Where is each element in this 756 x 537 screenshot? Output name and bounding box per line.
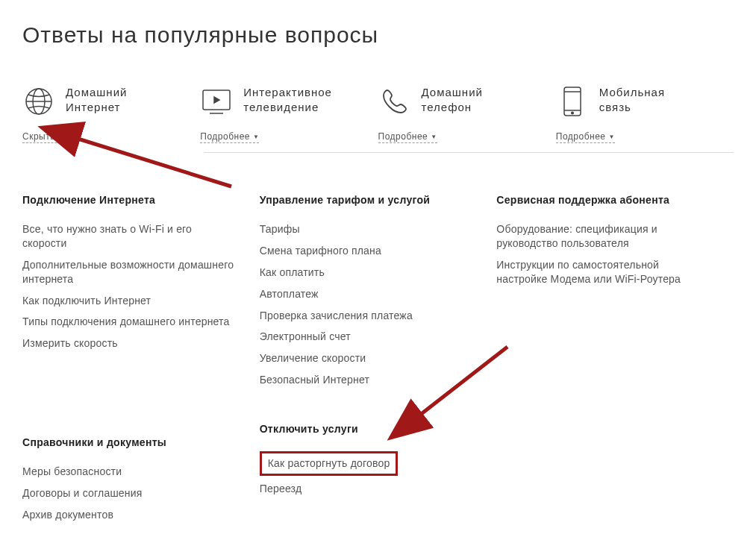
category-title: Мобильная связь (599, 85, 665, 116)
faq-link[interactable]: Все, что нужно знать о Wi-Fi и его скоро… (22, 222, 237, 251)
svg-point-9 (571, 112, 573, 114)
category-head[interactable]: Домашний телефон (378, 85, 556, 118)
faq-link[interactable]: Инструкции по самостоятельной настройке … (496, 258, 711, 286)
chevron-up-icon: ▲ (58, 134, 64, 140)
faq-link[interactable]: Проверка зачисления платежа (260, 309, 475, 323)
phone-icon (378, 85, 411, 118)
category-row: Домашний Интернет Скрыть ▲ Интерактивное… (22, 85, 734, 143)
page-title: Ответы на популярные вопросы (22, 22, 734, 48)
category-head[interactable]: Мобильная связь (556, 85, 734, 118)
faq-link[interactable]: Безопасный Интернет (260, 373, 475, 387)
category-title: Интерактивное телевидение (243, 85, 332, 116)
faq-link[interactable]: Как подключить Интернет (22, 294, 237, 308)
highlighted-link-box: Как расторгнуть договор (260, 451, 399, 476)
block-support: Сервисная поддержка абонента Оборудовани… (496, 194, 711, 286)
faq-link[interactable]: Архив документов (22, 508, 237, 522)
block-heading: Подключение Интернета (22, 194, 237, 206)
faq-link[interactable]: Оборудование: спецификация и руководство… (496, 222, 711, 251)
column-3: Сервисная поддержка абонента Оборудовани… (496, 194, 734, 537)
faq-link[interactable]: Типы подключения домашнего интернета (22, 315, 237, 329)
more-toggle[interactable]: Подробнее ▼ (200, 131, 259, 143)
category-home-internet: Домашний Интернет Скрыть ▲ (22, 85, 200, 143)
svg-line-11 (73, 137, 231, 186)
block-connection: Подключение Интернета Все, что нужно зна… (22, 194, 237, 351)
faq-link[interactable]: Переезд (260, 482, 475, 496)
faq-link[interactable]: Смена тарифного плана (260, 244, 475, 258)
divider (204, 152, 734, 153)
block-heading: Справочники и документы (22, 436, 237, 448)
faq-link[interactable]: Меры безопасности (22, 465, 237, 479)
block-documents: Справочники и документы Меры безопасност… (22, 436, 237, 522)
category-mobile: Мобильная связь Подробнее ▼ (556, 85, 734, 143)
category-phone: Домашний телефон Подробнее ▼ (378, 85, 556, 143)
svg-marker-4 (214, 97, 219, 103)
block-heading: Отключить услуги (260, 423, 475, 435)
tv-icon (200, 85, 233, 118)
content-columns: Подключение Интернета Все, что нужно зна… (22, 194, 734, 537)
faq-link[interactable]: Электронный счет (260, 330, 475, 344)
chevron-down-icon: ▼ (431, 134, 437, 140)
category-tv: Интерактивное телевидение Подробнее ▼ (200, 85, 378, 143)
faq-link[interactable]: Как оплатить (260, 266, 475, 280)
category-head[interactable]: Интерактивное телевидение (200, 85, 378, 118)
faq-link[interactable]: Дополнительные возможности домашнего инт… (22, 258, 237, 286)
faq-link[interactable]: Тарифы (260, 222, 475, 236)
category-title: Домашний телефон (422, 85, 483, 116)
faq-link[interactable]: Договоры и соглашения (22, 486, 237, 500)
cancel-contract-link[interactable]: Как расторгнуть договор (268, 456, 390, 471)
globe-icon (22, 85, 55, 118)
block-heading: Управление тарифом и услугой (260, 194, 475, 206)
chevron-down-icon: ▼ (253, 134, 259, 140)
block-cancel: Отключить услуги Как расторгнуть договор… (260, 423, 475, 496)
faq-link[interactable]: Измерить скорость (22, 336, 237, 351)
more-toggle[interactable]: Подробнее ▼ (378, 131, 437, 143)
hide-toggle[interactable]: Скрыть ▲ (22, 131, 64, 143)
chevron-down-icon: ▼ (608, 134, 614, 140)
column-1: Подключение Интернета Все, что нужно зна… (22, 194, 260, 537)
block-heading: Сервисная поддержка абонента (496, 194, 711, 206)
more-toggle[interactable]: Подробнее ▼ (556, 131, 615, 143)
faq-link[interactable]: Увеличение скорости (260, 351, 475, 365)
block-tariff: Управление тарифом и услугой Тарифы Смен… (260, 194, 475, 387)
mobile-icon (556, 85, 589, 118)
category-head[interactable]: Домашний Интернет (22, 85, 200, 118)
category-title: Домашний Интернет (66, 85, 127, 116)
column-2: Управление тарифом и услугой Тарифы Смен… (260, 194, 497, 537)
faq-link[interactable]: Автоплатеж (260, 287, 475, 301)
